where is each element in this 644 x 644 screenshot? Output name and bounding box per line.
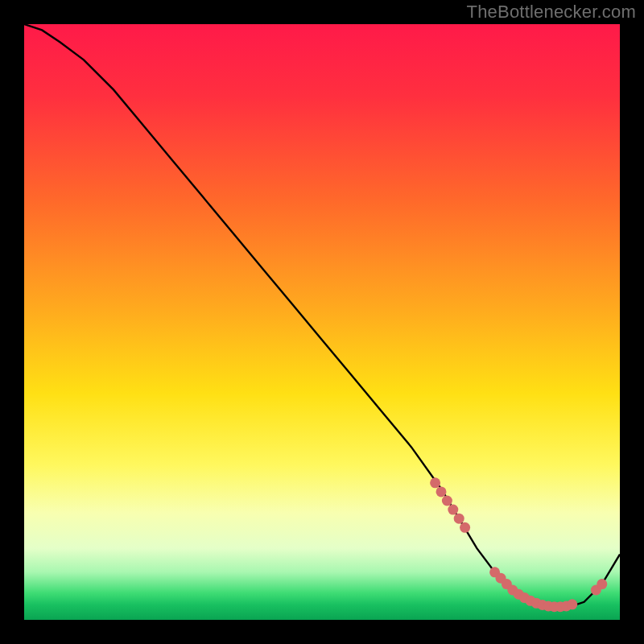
chart-frame: TheBottlenecker.com	[0, 0, 644, 644]
plot-area	[24, 24, 620, 620]
bottleneck-chart	[24, 24, 620, 620]
highlight-dot	[454, 514, 464, 524]
highlight-dot	[597, 579, 607, 589]
highlight-dot	[448, 505, 458, 515]
highlight-dot	[442, 496, 452, 506]
highlight-dot	[430, 477, 440, 488]
highlight-dot	[436, 486, 447, 497]
attribution-text: TheBottlenecker.com	[467, 2, 636, 23]
gradient-background	[24, 24, 620, 620]
highlight-dot	[567, 599, 577, 609]
highlight-dot	[460, 522, 470, 533]
